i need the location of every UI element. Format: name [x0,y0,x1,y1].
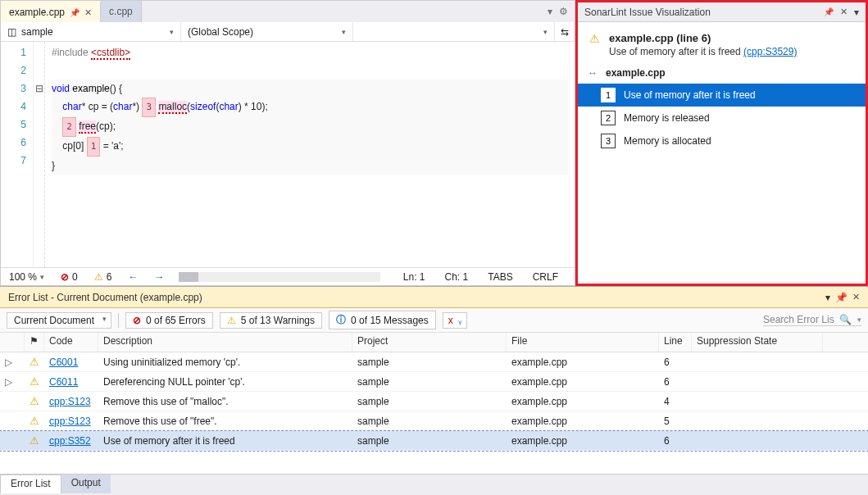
col-project[interactable]: Project [352,333,507,352]
t: } [52,160,55,171]
tab-error-list[interactable]: Error List [0,475,61,493]
zoom-dropdown[interactable]: 100 % ▾ [1,271,52,283]
row-project: sample [352,433,507,449]
code-link[interactable]: cpp:S123 [49,396,91,407]
expander-icon[interactable] [0,399,25,404]
nav-scope-dropdown[interactable]: (Global Scope) ▾ [181,22,353,41]
step-badge-1[interactable]: 1 [87,137,101,157]
t: char [219,101,238,112]
warning-counter[interactable]: ⚠6 [86,271,120,283]
t: <cstdlib> [91,47,130,60]
filter-label: 0 of 15 Messages [351,315,429,326]
warning-icon: ⚠ [30,375,39,388]
flow-step[interactable]: 2 Memory is released [578,107,866,129]
col-suppression[interactable]: Suppression State [692,333,823,352]
warning-count: 6 [107,271,112,283]
clear-filter[interactable]: xᵧ [443,312,467,329]
flow-step[interactable]: 3 Memory is allocated [578,129,866,152]
t: void [52,83,70,94]
close-icon[interactable]: ✕ [840,7,848,17]
col-line[interactable]: Line [659,333,692,352]
code-area[interactable]: 1 2 3 4 5 6 7 ⊟ #include <cstdlib> void … [1,42,575,267]
eol-mode[interactable]: CRLF [525,271,566,283]
col-desc[interactable]: Description [98,333,352,352]
nav-member-dropdown[interactable]: ▾ [353,22,555,41]
struct-icon: ◫ [7,26,16,38]
tab-output[interactable]: Output [61,475,111,493]
filter-label: 0 of 65 Errors [146,315,206,326]
error-icon: ⊘ [133,315,141,326]
row-file: example.cpp [507,433,659,449]
table-header[interactable]: ⚑ Code Description Project File Line Sup… [0,333,868,352]
fold-column: ⊟ [34,42,45,267]
code-link[interactable]: C6011 [49,376,78,388]
scope-dropdown[interactable]: Current Document [7,312,111,329]
chevron-down-icon[interactable]: ▾ [854,7,859,18]
scope-label: Current Document [14,315,94,326]
row-suppression [692,379,823,384]
row-project: sample [352,354,507,370]
warning-icon: ⚠ [588,32,601,45]
back-arrow-icon[interactable]: ← [128,271,138,283]
close-icon[interactable]: ✕ [852,292,860,302]
errors-filter[interactable]: ⊘0 of 65 Errors [125,312,213,329]
sonarlint-panel: SonarLint Issue Visualization 📌 ✕ ▾ ⚠ ex… [575,0,868,286]
chevron-down-icon[interactable]: ▾ [548,6,552,17]
code-link[interactable]: cpp:S123 [49,416,91,427]
search-input[interactable]: Search Error Lis🔍▾ [763,314,861,326]
code-text[interactable]: #include <cstdlib> void example() { char… [45,42,575,267]
table-row[interactable]: ▷⚠C6011Dereferencing NULL pointer 'cp'.s… [0,372,868,392]
col-file[interactable]: File [507,333,659,352]
step-text: Use of memory after it is freed [624,89,756,101]
t: example [72,83,109,94]
h-scrollbar[interactable] [179,272,379,282]
step-number: 1 [601,88,616,102]
pin-icon[interactable]: 📌 [70,8,80,17]
chevron-down-icon[interactable]: ▾ [825,292,830,303]
rule-link[interactable]: (cpp:S3529) [743,46,797,57]
row-line: 6 [659,354,692,370]
row-line: 6 [659,374,692,390]
caret-line: Ln: 1 [395,271,434,283]
error-counter[interactable]: ⊘0 [52,271,86,283]
expander-icon[interactable]: ▷ [0,374,25,390]
row-desc: Using uninitialized memory 'cp'. [98,354,352,370]
t: #include [52,47,89,58]
t: char [113,101,132,112]
warning-icon: ⚠ [227,315,236,326]
col-code[interactable]: Code [44,333,98,352]
t: ) * 10); [239,101,268,112]
code-link[interactable]: C6001 [49,356,78,368]
table-row[interactable]: ⚠cpp:S123Remove this use of "malloc".sam… [0,392,868,411]
split-icon[interactable]: ⇆ [555,22,575,41]
step-text: Memory is released [624,112,710,124]
row-file: example.cpp [507,393,659,410]
flow-step[interactable]: 1 Use of memory after it is freed [578,84,866,107]
step-badge-2[interactable]: 2 [62,117,76,137]
table-row[interactable]: ▷⚠C6001Using uninitialized memory 'cp'.s… [0,352,868,372]
expander-icon[interactable]: ▷ [0,354,25,370]
fold-toggle[interactable]: ⊟ [34,79,44,98]
line-number: 6 [1,134,26,152]
t: () { [110,83,122,94]
pin-icon[interactable]: 📌 [824,7,834,16]
tab-example-cpp[interactable]: example.cpp 📌 ✕ [1,1,101,22]
row-project: sample [352,374,507,390]
row-desc: Dereferencing NULL pointer 'cp'. [98,374,352,390]
gear-icon[interactable]: ⚙ [559,6,568,17]
messages-filter[interactable]: ⓘ0 of 15 Messages [329,311,436,329]
close-icon[interactable]: ✕ [84,7,92,18]
step-badge-3[interactable]: 3 [142,98,156,117]
tab-c-cpp[interactable]: c.cpp [101,1,142,22]
expander-icon[interactable] [0,419,25,424]
indent-mode[interactable]: TABS [479,271,520,283]
t: malloc [158,101,187,114]
warnings-filter[interactable]: ⚠5 of 13 Warnings [220,312,322,329]
table-row[interactable]: ⚠cpp:S352Use of memory after it is freed… [0,431,868,451]
pin-icon[interactable]: 📌 [835,292,848,303]
fwd-arrow-icon[interactable]: → [154,271,164,283]
expander-icon[interactable] [0,438,25,443]
nav-project-dropdown[interactable]: ◫ sample ▾ [1,22,181,41]
table-row[interactable]: ⚠cpp:S123Remove this use of "free".sampl… [0,411,868,431]
code-link[interactable]: cpp:S352 [49,435,91,447]
